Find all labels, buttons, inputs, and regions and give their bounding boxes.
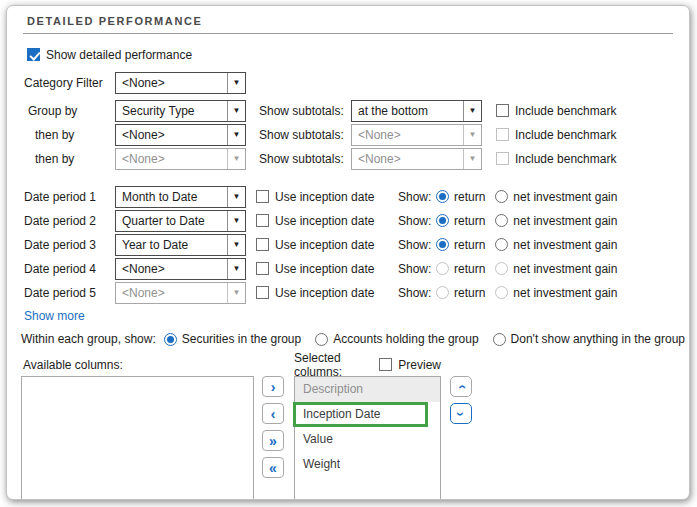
select-value: <None> — [116, 259, 227, 279]
chevron-down-icon: ▼ — [227, 259, 245, 279]
inception-group-2: Use inception date — [256, 214, 386, 228]
selected-columns-header: Selected columns: Preview — [294, 356, 441, 373]
group-by-select[interactable]: Security Type ▼ — [115, 100, 246, 122]
group-by-label: Group by — [21, 104, 115, 118]
add-column-button[interactable]: › — [262, 376, 284, 397]
selected-columns-list[interactable]: Description Inception Date Value Weight — [294, 376, 441, 500]
select-value: <None> — [116, 73, 227, 93]
add-all-columns-button[interactable]: » — [262, 430, 284, 451]
show-label: Show: — [398, 214, 436, 228]
chevron-down-icon: ▼ — [227, 73, 245, 93]
date-period-5-label: Date period 5 — [21, 286, 115, 300]
show-detailed-checkbox[interactable] — [27, 48, 40, 61]
include-benchmark-checkbox-3 — [496, 152, 509, 165]
columns-section: Available columns: › ‹ » « Selected colu… — [21, 356, 675, 500]
move-down-button[interactable]: › — [450, 403, 472, 424]
select-value: <None> — [116, 125, 227, 145]
list-item-inception-date-highlighted[interactable]: Inception Date — [293, 402, 428, 427]
select-value: Security Type — [116, 101, 227, 121]
date-period-row-3: Date period 3 Year to Date ▼ Use incepti… — [21, 233, 675, 256]
subtotals-select-2: <None> ▼ — [351, 124, 482, 146]
select-value: Month to Date — [116, 187, 227, 207]
preview-checkbox[interactable] — [379, 358, 392, 371]
include-benchmark-label: Include benchmark — [515, 152, 616, 166]
benchmark-group-3: Include benchmark — [496, 152, 616, 166]
securities-in-group-label: Securities in the group — [182, 332, 301, 346]
use-inception-checkbox-3[interactable] — [256, 238, 269, 251]
select-value: <None> — [352, 125, 463, 145]
show-more-link[interactable]: Show more — [24, 309, 85, 323]
show-label: Show: — [398, 262, 436, 276]
net-investment-gain-label: net investment gain — [513, 214, 617, 228]
preview-label: Preview — [398, 358, 441, 372]
category-filter-row: Category Filter <None> ▼ — [21, 71, 675, 94]
subtotals-select-1[interactable]: at the bottom ▼ — [351, 100, 482, 122]
chevron-down-icon: ▼ — [463, 101, 481, 121]
within-group-label: Within each group, show: — [21, 332, 156, 346]
date-period-2-select[interactable]: Quarter to Date ▼ — [115, 210, 246, 232]
chevron-down-icon: ▼ — [227, 283, 245, 303]
return-radio-5 — [436, 286, 449, 299]
return-radio-2[interactable] — [436, 214, 449, 227]
chevron-down-icon: ▼ — [227, 235, 245, 255]
then-by-label-1: then by — [21, 128, 115, 142]
then-by-select-1[interactable]: <None> ▼ — [115, 124, 246, 146]
double-chevron-left-icon: « — [269, 461, 277, 475]
net-investment-gain-radio-1[interactable] — [495, 190, 508, 203]
return-option-3: return — [436, 238, 485, 252]
date-period-5-select: <None> ▼ — [115, 282, 246, 304]
select-value: <None> — [116, 149, 227, 169]
return-option-4: return — [436, 262, 485, 276]
date-period-row-5: Date period 5 <None> ▼ Use inception dat… — [21, 281, 675, 304]
return-radio-1[interactable] — [436, 190, 449, 203]
available-columns-list[interactable] — [21, 376, 254, 500]
chevron-down-icon: ▼ — [227, 101, 245, 121]
accounts-holding-group-radio[interactable] — [315, 333, 328, 346]
select-value: <None> — [116, 283, 227, 303]
then-by-row-1: then by <None> ▼ Show subtotals: <None> … — [21, 123, 675, 146]
net-investment-gain-radio-4 — [495, 262, 508, 275]
dont-show-option: Don't show anything in the group — [493, 332, 685, 346]
return-option-1: return — [436, 190, 485, 204]
use-inception-checkbox-2[interactable] — [256, 214, 269, 227]
category-filter-select[interactable]: <None> ▼ — [115, 72, 246, 94]
list-item-weight[interactable]: Weight — [295, 452, 440, 477]
subtotals-label: Show subtotals: — [259, 128, 351, 142]
date-period-4-select[interactable]: <None> ▼ — [115, 258, 246, 280]
available-columns-area: Available columns: — [21, 356, 254, 500]
move-buttons: › › — [450, 356, 472, 430]
net-investment-gain-radio-2[interactable] — [495, 214, 508, 227]
date-period-1-select[interactable]: Month to Date ▼ — [115, 186, 246, 208]
preview-group: Preview — [379, 358, 441, 372]
remove-column-button[interactable]: ‹ — [262, 403, 284, 424]
use-inception-checkbox-5[interactable] — [256, 286, 269, 299]
chevron-down-icon: ▼ — [227, 125, 245, 145]
return-radio-3[interactable] — [436, 238, 449, 251]
dont-show-anything-radio[interactable] — [493, 333, 506, 346]
list-item-description[interactable]: Description — [295, 377, 440, 402]
net-investment-gain-radio-3[interactable] — [495, 238, 508, 251]
remove-all-columns-button[interactable]: « — [262, 457, 284, 478]
move-up-button[interactable]: › — [450, 376, 472, 397]
use-inception-label: Use inception date — [275, 286, 374, 300]
net-investment-gain-label: net investment gain — [513, 190, 617, 204]
return-label: return — [454, 214, 485, 228]
use-inception-checkbox-4[interactable] — [256, 262, 269, 275]
date-period-4-label: Date period 4 — [21, 262, 115, 276]
show-label: Show: — [398, 190, 436, 204]
use-inception-checkbox-1[interactable] — [256, 190, 269, 203]
show-detailed-row: Show detailed performance — [21, 43, 675, 66]
benchmark-group-2: Include benchmark — [496, 128, 616, 142]
list-item-value[interactable]: Value — [295, 427, 440, 452]
use-inception-label: Use inception date — [275, 238, 374, 252]
date-period-3-select[interactable]: Year to Date ▼ — [115, 234, 246, 256]
select-value: Quarter to Date — [116, 211, 227, 231]
include-benchmark-checkbox-1[interactable] — [496, 104, 509, 117]
panel-title: DETAILED PERFORMANCE — [21, 15, 675, 27]
chevron-down-icon: ▼ — [227, 149, 245, 169]
chevron-down-icon: ▼ — [227, 187, 245, 207]
securities-in-group-radio[interactable] — [164, 333, 177, 346]
gain-option-1: net investment gain — [495, 190, 617, 204]
inception-group-1: Use inception date — [256, 190, 386, 204]
inception-group-4: Use inception date — [256, 262, 386, 276]
